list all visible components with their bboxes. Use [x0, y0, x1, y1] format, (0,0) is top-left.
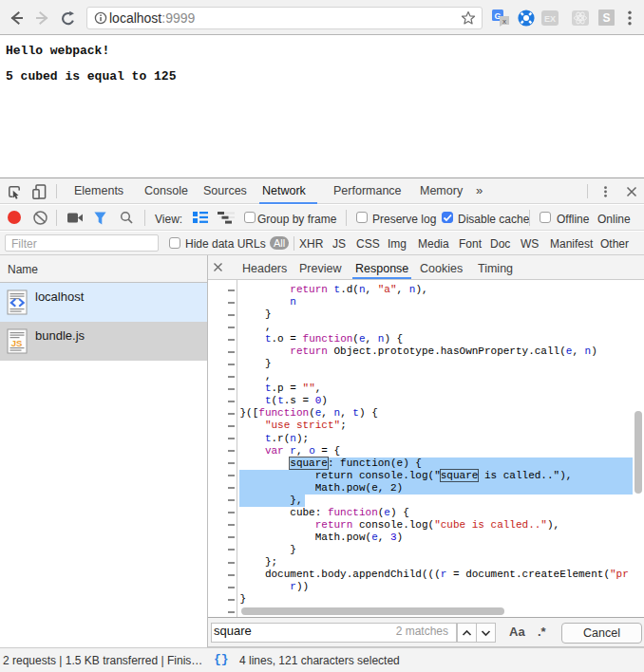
svg-text:JS: JS — [11, 338, 23, 348]
svg-text:EX: EX — [544, 14, 556, 24]
svg-text:S: S — [602, 11, 610, 25]
svg-text:x: x — [502, 17, 506, 26]
